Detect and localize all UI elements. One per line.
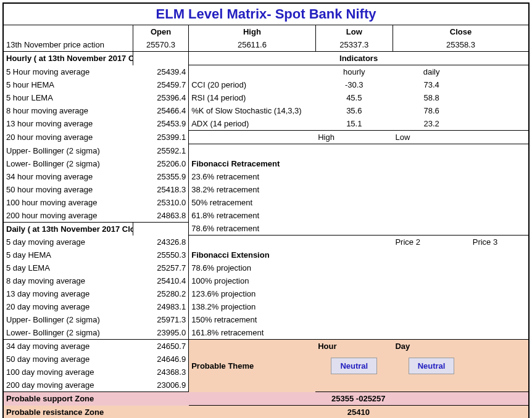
page-title: ELM Level Matrix- Spot Bank Nifty <box>3 3 529 25</box>
table-row: Upper- Bollinger (2 sigma) 25592.1 <box>3 144 529 157</box>
table-row: 5 day LEMA 25257.7 78.6% projection <box>3 261 529 274</box>
section-daily: Daily ( at 13th November 2017 Close ) 78… <box>3 222 529 236</box>
fib-ext-header: Fibonacci Extension <box>189 248 315 261</box>
table-row: 50 hour moving average 25418.3 38.2% ret… <box>3 183 529 196</box>
resistance-zone-row: Probable resistance Zone 25410 <box>3 406 529 419</box>
hl-high: High <box>315 131 393 144</box>
matrix-table: ELM Level Matrix- Spot Bank Nifty Open H… <box>2 2 530 418</box>
support-value: 25355 -025257 <box>189 392 529 406</box>
ohlc-close-label: Close <box>393 25 529 39</box>
ind-daily-col: daily <box>393 65 470 79</box>
table-row: 8 hour moving average 25466.4 %K of Slow… <box>3 104 529 117</box>
title-row: ELM Level Matrix- Spot Bank Nifty <box>3 3 529 25</box>
table-row: Upper- Bollinger (2 sigma) 25971.3 150% … <box>3 313 529 326</box>
table-row: 8 day moving average 25410.4 100% projec… <box>3 274 529 287</box>
table-row: 34 hour moving average 25355.9 23.6% ret… <box>3 170 529 183</box>
table-row: 13 day moving average 25280.2 123.6% pro… <box>3 287 529 300</box>
hl-low: Low <box>393 131 470 144</box>
table-row: 5 day HEMA 25550.3 Fibonacci Extension <box>3 248 529 261</box>
table-row: 5 hour LEMA 25396.4 RSI (14 period) 45.5… <box>3 91 529 104</box>
table-row: 5 Hour moving average 25439.4 hourly dai… <box>3 65 529 79</box>
ind-hourly-col: hourly <box>315 65 393 79</box>
ohlc-high: 25611.6 <box>189 38 315 52</box>
hourly-header: Hourly ( at 13th November 2017 Close) <box>3 52 133 65</box>
theme-hour-value: Neutral <box>331 358 377 374</box>
fib-retr-header: Fibonacci Retracement <box>189 157 315 170</box>
ohlc-open: 25570.3 <box>133 38 188 52</box>
support-zone-row: Probable support Zone 25355 -025257 <box>3 392 529 406</box>
ohlc-high-label: High <box>189 25 315 39</box>
table-row: 20 hour moving average 25399.1 High Low <box>3 131 529 144</box>
resist-value: 25410 <box>189 406 529 419</box>
table-row: 5 hour HEMA 25459.7 CCI (20 period) -30.… <box>3 78 529 91</box>
table-row: 100 hour moving average 25310.0 50% retr… <box>3 196 529 209</box>
ohlc-low-label: Low <box>315 25 393 39</box>
theme-day-col: Day <box>393 340 470 353</box>
ohlc-low: 25337.3 <box>315 38 393 52</box>
table-row: 13 hour moving average 25453.9 ADX (14 p… <box>3 117 529 131</box>
support-label: Probable support Zone <box>3 392 189 406</box>
theme-day-value: Neutral <box>409 358 455 374</box>
daily-header: Daily ( at 13th November 2017 Close ) <box>3 222 133 236</box>
ohlc-close: 25358.3 <box>393 38 529 52</box>
table-row: Lower- Bollinger (2 sigma) 23995.0 161.8… <box>3 326 529 340</box>
table-row: 5 day moving average 24326.8 Price 2 Pri… <box>3 236 529 249</box>
probable-theme-label: Probable Theme <box>189 340 315 392</box>
theme-hour-col: Hour <box>315 340 393 353</box>
table-row: 200 hour moving average 24863.8 61.8% re… <box>3 209 529 223</box>
table-row: 20 day moving average 24983.1 138.2% pro… <box>3 300 529 313</box>
ohlc-header-row: Open High Low Close <box>3 25 529 39</box>
ohlc-open-label: Open <box>133 25 188 39</box>
price3-label: Price 3 <box>470 236 529 249</box>
price-action-label: 13th November price action <box>3 38 133 52</box>
price2-label: Price 2 <box>393 236 470 249</box>
ohlc-value-row: 13th November price action 25570.3 25611… <box>3 38 529 52</box>
table-row: Lower- Bollinger (2 sigma) 25206.0 Fibon… <box>3 157 529 170</box>
section-hourly-indicators: Hourly ( at 13th November 2017 Close) In… <box>3 52 529 65</box>
resist-label: Probable resistance Zone <box>3 406 189 419</box>
table-row: 34 day moving average 24650.7 Probable T… <box>3 340 529 353</box>
indicators-header: Indicators <box>189 52 529 65</box>
